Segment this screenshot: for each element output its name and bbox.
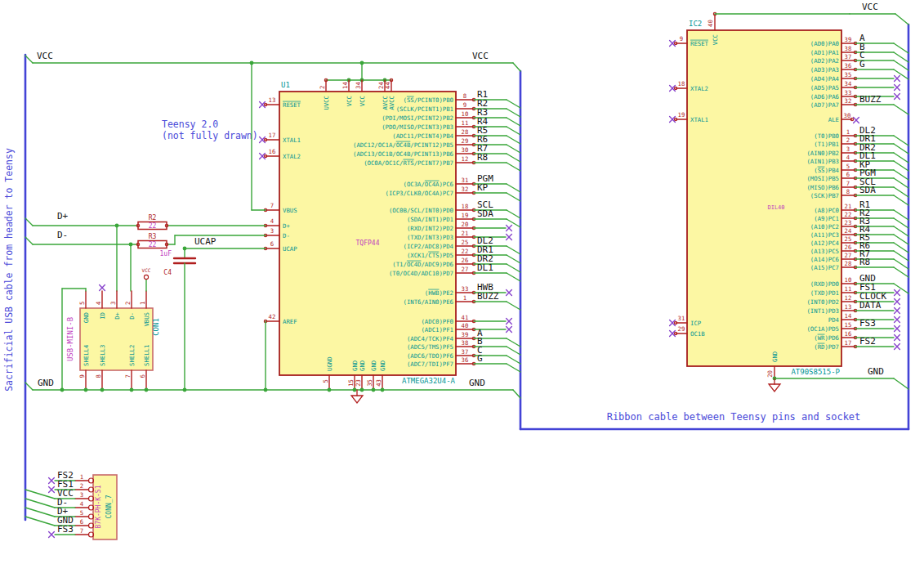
pin-number: 29 — [678, 325, 685, 333]
pin-name: UCAP — [283, 245, 297, 253]
u1-part: ATMEGA32U4-A — [402, 377, 456, 385]
pin-name: (ADC12/OC1A/OC4B/PCINT12)PB5 — [353, 141, 453, 149]
pin-name: (OC3A/OC4A)PC6 — [403, 181, 453, 188]
pin-number: 7 — [80, 527, 83, 535]
pin-number: 16 — [845, 330, 852, 338]
pin-name: (ADC5/TMS)PF5 — [407, 343, 453, 351]
pin-number: 1 — [80, 473, 83, 481]
pin-name: (T0)PB0 — [814, 132, 839, 140]
bus-entry — [25, 237, 33, 244]
pin-name: (AIN0)PB2 — [806, 150, 839, 157]
bus-entry — [894, 170, 908, 180]
pin-number: 4 — [270, 217, 275, 225]
pin-end — [144, 275, 148, 279]
pin-number: 2 — [80, 482, 83, 490]
pin-number: 35 — [845, 71, 852, 78]
pin-name: (A8)PC0 — [814, 207, 839, 214]
pin-name: (PDI/MOSI/PCINT2)PB2 — [382, 114, 453, 122]
pin-number: 35 — [366, 379, 373, 387]
u1-ref: U1 — [281, 81, 290, 89]
pin-number: 13 — [845, 303, 852, 311]
pin-name: SHELL3 — [99, 345, 106, 366]
pin-name: (ADC0)PF0 — [421, 318, 453, 325]
pin-name: (AD2)PA2 — [810, 57, 839, 65]
pin-name: (AD3)PA3 — [810, 66, 839, 74]
pin-name: D+ — [283, 222, 290, 230]
pin-name: (PDO/MISO/PCINT3)PB3 — [382, 123, 453, 131]
ic2-part: AT90S8515-P — [791, 368, 840, 376]
pin-number: 6 — [846, 171, 850, 178]
pin-number: 30 — [462, 146, 469, 154]
pin-number: 41 — [462, 314, 469, 321]
pin-number: 6 — [270, 240, 274, 248]
note-teensy: (not fully drawn) — [162, 130, 258, 141]
pin-number: 6 — [139, 374, 146, 378]
bus-entry — [894, 43, 908, 53]
pin-number: 13 — [269, 96, 276, 104]
pin-name: AREF — [283, 318, 297, 325]
net-label: BUZZ — [859, 94, 882, 105]
note-sacrificial: Sacrificial USB cable from header to Tee… — [3, 148, 15, 392]
pin-name: VBUS — [143, 312, 150, 327]
pin-number: 25 — [462, 239, 469, 246]
pin-number: 19 — [678, 111, 685, 119]
junction-dot — [84, 388, 88, 392]
pin-number: 26 — [845, 244, 852, 251]
junction-dot — [264, 388, 268, 392]
bus-entry — [894, 52, 908, 62]
junction-dot — [360, 388, 364, 392]
pin-number: 31 — [678, 315, 685, 322]
pin-number: 1 — [139, 302, 146, 305]
pin-number: 22 — [845, 211, 852, 218]
pin-name: UGND — [326, 356, 333, 371]
pin-name: XTAL1 — [690, 116, 708, 123]
pin-number: 36 — [845, 62, 852, 69]
pin-number: 16 — [269, 148, 276, 155]
pin-name: (A9)PC1 — [814, 215, 839, 222]
con1-value: USB-MINI-B — [66, 317, 74, 361]
pin-name: (AIN1)PB3 — [806, 158, 839, 165]
pin-number: 24 — [845, 227, 852, 235]
component-u1: U1ATMEGA32U4-ATQFP448(SS/PCINT0)PB0R19(S… — [260, 61, 520, 403]
bus-entry — [507, 145, 520, 153]
ground-icon — [769, 384, 780, 392]
bus-entry — [507, 210, 520, 218]
net-label-vcc: VCC — [37, 51, 53, 61]
bus-entry — [894, 210, 908, 220]
bus-entry — [507, 338, 520, 347]
pin-number: 22 — [462, 248, 469, 255]
ic2-ref: IC2 — [689, 20, 702, 28]
pin-name: SHELL1 — [143, 345, 150, 366]
pin-number: 33 — [462, 285, 469, 293]
net-label: SDA — [477, 208, 493, 219]
component-ic2: IC2AT90S8515-PDIL4039(AD0)PA0A38(AD1)PA1… — [670, 2, 908, 392]
pin-name: XTAL1 — [283, 137, 301, 144]
pin-number: 30 — [844, 112, 851, 119]
bus-entry — [894, 187, 908, 197]
pin-name: GND — [370, 360, 377, 371]
pin-number: 9 — [463, 101, 466, 109]
bus-entry — [894, 136, 908, 145]
pin-number: 19 — [462, 212, 469, 219]
pin-name: (A14)PC6 — [810, 256, 839, 263]
pin-number: 2 — [124, 302, 132, 305]
pin-number: 14 — [341, 82, 349, 89]
pin-name: (A13)PC5 — [810, 248, 839, 255]
pin-name: D- — [128, 312, 136, 320]
net-label: FS3 — [859, 318, 876, 329]
net-label-dplus: D+ — [57, 211, 69, 222]
conn7-ref: CONN_7 — [105, 495, 113, 518]
bus-entry — [507, 302, 520, 310]
pin-number: 28 — [845, 260, 852, 267]
resistor-r2-value: 22 — [149, 222, 157, 230]
resistor-r2: R222 — [136, 214, 167, 230]
junction-dot — [381, 388, 385, 392]
bus-entry — [507, 246, 520, 254]
pin-number: 3 — [80, 491, 83, 499]
junction-dot — [100, 388, 105, 392]
bus-entry — [507, 264, 520, 272]
pin-name: ICP — [690, 320, 702, 327]
pin-name: VBUS — [283, 207, 297, 214]
pin-number: 26 — [462, 257, 469, 264]
bus-entry — [894, 60, 908, 70]
